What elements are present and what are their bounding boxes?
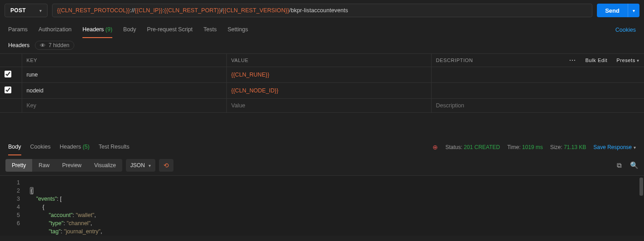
view-pretty[interactable]: Pretty — [5, 159, 32, 172]
view-raw[interactable]: Raw — [32, 159, 56, 172]
language-select[interactable]: JSON▾ — [126, 159, 155, 172]
tab-tests[interactable]: Tests — [203, 22, 216, 38]
send-dropdown-button[interactable]: ▾ — [628, 4, 639, 17]
chevron-down-icon: ▾ — [39, 8, 42, 13]
table-row-empty: Key Value Description — [0, 99, 644, 113]
search-icon[interactable]: 🔍 — [630, 161, 639, 169]
save-response-dropdown[interactable]: Save Response ▾ — [593, 144, 636, 150]
header-value-input[interactable]: Value — [226, 99, 431, 113]
line-gutter: 1 2 3 4 5 6 — [0, 176, 25, 236]
hidden-headers-toggle[interactable]: 👁 7 hidden — [35, 41, 74, 50]
header-desc-input[interactable]: Description — [431, 99, 644, 113]
presets-dropdown[interactable]: Presets ▾ — [616, 58, 639, 63]
chevron-down-icon: ▾ — [634, 145, 636, 150]
scrollbar-thumb[interactable] — [639, 178, 643, 196]
header-value[interactable]: {{CLN_NODE_ID}} — [226, 83, 431, 99]
header-value[interactable]: {{CLN_RUNE}} — [226, 67, 431, 83]
url-var-ip: {{CLN_IP}} — [135, 7, 163, 14]
header-desc[interactable] — [431, 83, 644, 99]
url-var-version: {{CLN_REST_VERSION}} — [222, 7, 289, 14]
headers-title: Headers — [8, 42, 29, 48]
url-var-protocol: {{CLN_REST_PROTOCOL}} — [57, 7, 130, 14]
chevron-down-icon: ▾ — [637, 58, 639, 63]
url-input[interactable]: {{CLN_REST_PROTOCOL}}://{{CLN_IP}}:{{CLN… — [52, 4, 592, 17]
http-method-label: POST — [10, 7, 26, 14]
tab-params[interactable]: Params — [8, 22, 28, 38]
resp-tab-headers[interactable]: Headers (5) — [60, 139, 90, 155]
view-visualize[interactable]: Visualize — [88, 159, 122, 172]
cookies-link[interactable]: Cookies — [615, 27, 636, 33]
row-checkbox[interactable] — [5, 87, 11, 93]
response-body[interactable]: 1 2 3 4 5 6 { "events": [ { "account": "… — [0, 175, 644, 236]
http-method-select[interactable]: POST ▾ — [5, 4, 48, 17]
url-var-port: {{CLN_REST_PORT}} — [164, 7, 221, 14]
col-description: DESCRIPTION — [436, 58, 473, 63]
headers-table: KEY VALUE DESCRIPTION ··· Bulk Edit Pres… — [0, 53, 644, 113]
time-badge: Time: 1019 ms — [507, 144, 543, 150]
tab-body[interactable]: Body — [123, 22, 136, 38]
status-badge: Status: 201 CREATED — [445, 144, 500, 150]
tab-prerequest[interactable]: Pre-request Script — [147, 22, 193, 38]
code-content: { "events": [ { "account": "wallet", "ty… — [25, 176, 102, 236]
table-row: nodeid {{CLN_NODE_ID}} — [0, 83, 644, 99]
resp-tab-testresults[interactable]: Test Results — [99, 139, 130, 155]
tab-settings[interactable]: Settings — [227, 22, 248, 38]
wrap-icon: ⟲ — [163, 162, 169, 169]
resp-tab-body[interactable]: Body — [8, 139, 21, 155]
table-row: rune {{CLN_RUNE}} — [0, 67, 644, 83]
tab-authorization[interactable]: Authorization — [38, 22, 72, 38]
bulk-edit-link[interactable]: Bulk Edit — [585, 58, 607, 63]
more-icon[interactable]: ··· — [569, 58, 576, 63]
wrap-toggle[interactable]: ⟲ — [159, 159, 173, 172]
col-value: VALUE — [226, 54, 431, 67]
row-checkbox[interactable] — [5, 71, 11, 77]
eye-icon: 👁 — [40, 43, 46, 48]
network-icon[interactable]: ⊕ — [433, 144, 438, 151]
header-key-input[interactable]: Key — [22, 99, 226, 113]
tab-headers[interactable]: Headers (9) — [82, 22, 112, 38]
view-mode-segment: Pretty Raw Preview Visualize — [5, 159, 122, 172]
view-preview[interactable]: Preview — [56, 159, 88, 172]
size-badge: Size: 71.13 KB — [550, 144, 586, 150]
send-button[interactable]: Send — [597, 4, 628, 17]
col-key: KEY — [22, 54, 226, 67]
header-desc[interactable] — [431, 67, 644, 83]
chevron-down-icon: ▾ — [633, 8, 635, 13]
copy-icon[interactable]: ⧉ — [617, 161, 622, 169]
url-path: /bkpr-listaccountevents — [289, 7, 348, 14]
header-key[interactable]: rune — [22, 67, 226, 83]
header-key[interactable]: nodeid — [22, 83, 226, 99]
resp-tab-cookies[interactable]: Cookies — [30, 139, 51, 155]
chevron-down-icon: ▾ — [149, 163, 151, 168]
